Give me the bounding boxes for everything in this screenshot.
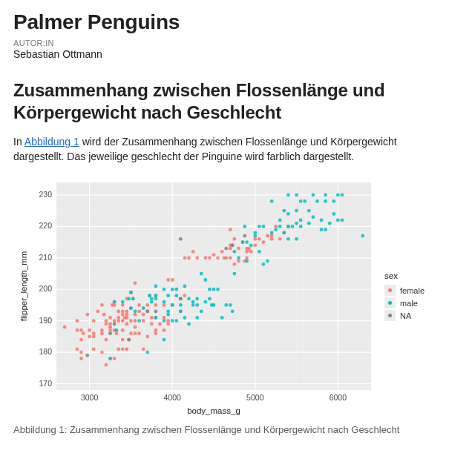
svg-point-280 [145,309,149,313]
svg-point-86 [125,309,128,313]
legend-item: male [384,297,425,308]
svg-point-247 [286,212,290,216]
svg-point-104 [142,312,145,316]
svg-point-82 [125,347,128,351]
svg-point-263 [320,228,324,231]
svg-point-49 [100,350,104,354]
svg-point-252 [295,208,298,212]
svg-point-116 [158,322,162,325]
svg-point-133 [212,253,216,257]
svg-point-73 [117,309,120,313]
svg-point-210 [200,271,203,275]
svg-point-161 [274,225,278,228]
svg-point-208 [195,297,199,300]
svg-point-181 [154,297,157,300]
legend-key [384,285,396,296]
svg-point-245 [286,237,290,241]
svg-point-243 [282,231,286,234]
svg-point-117 [163,328,166,332]
svg-point-197 [179,309,183,313]
svg-point-70 [117,347,120,351]
svg-point-190 [166,294,170,297]
legend-dot-icon [388,288,392,292]
svg-point-195 [174,294,178,297]
svg-point-274 [341,193,344,196]
svg-point-80 [121,303,125,307]
svg-point-120 [166,322,170,325]
svg-point-79 [121,309,125,313]
svg-point-224 [237,256,240,260]
svg-point-268 [328,221,332,225]
svg-point-187 [163,287,166,291]
section-paragraph: In Abbildung 1 wird der Zusammenhang zwi… [13,134,436,165]
svg-point-166 [113,300,117,303]
svg-point-78 [121,312,125,316]
svg-point-99 [137,331,141,335]
svg-point-223 [232,271,236,275]
legend-title: sex [384,271,425,280]
svg-point-85 [125,312,128,316]
svg-point-57 [105,319,108,323]
svg-point-130 [195,256,199,260]
svg-point-62 [108,316,112,320]
svg-point-211 [203,300,207,303]
svg-point-183 [154,284,157,288]
svg-point-259 [307,208,311,212]
svg-point-156 [258,237,261,241]
svg-point-98 [134,281,137,285]
figure: 3000400050006000170180190200210220230bod… [13,175,436,435]
svg-point-212 [203,278,207,282]
svg-point-242 [278,218,282,222]
svg-point-254 [299,225,303,228]
scatter-chart: 3000400050006000170180190200210220230bod… [13,175,377,420]
svg-point-189 [166,309,170,313]
svg-point-134 [216,256,220,260]
svg-point-282 [179,237,183,241]
svg-point-71 [117,319,120,323]
svg-point-240 [274,228,278,231]
figure-reference-link[interactable]: Abbildung 1 [24,136,79,148]
svg-point-101 [137,303,141,307]
svg-point-154 [253,243,257,247]
svg-point-150 [245,250,249,254]
svg-point-42 [88,334,91,338]
svg-point-246 [286,225,290,228]
svg-point-270 [332,199,335,203]
svg-point-236 [262,225,266,228]
svg-point-144 [232,237,236,241]
svg-point-248 [286,193,290,196]
svg-point-271 [336,218,340,222]
svg-point-272 [336,193,340,196]
svg-point-277 [108,331,112,335]
svg-point-256 [299,199,303,203]
svg-point-128 [187,256,191,260]
svg-point-218 [216,287,220,291]
svg-point-41 [85,312,89,316]
svg-point-51 [100,328,104,332]
svg-point-204 [191,303,195,307]
svg-point-178 [150,300,154,303]
svg-point-129 [191,250,195,254]
svg-point-206 [195,316,199,320]
svg-point-173 [134,309,137,313]
svg-point-72 [117,316,120,320]
svg-point-33 [75,347,79,351]
svg-point-188 [166,312,170,316]
svg-point-177 [148,294,151,297]
svg-point-261 [311,193,315,196]
svg-point-60 [108,325,112,328]
legend-dot-icon [388,301,392,305]
svg-point-230 [249,243,253,247]
svg-point-149 [245,256,249,260]
svg-point-269 [332,212,335,216]
svg-point-260 [311,215,315,219]
svg-point-276 [85,354,89,357]
svg-point-225 [232,250,236,254]
svg-point-192 [171,303,174,307]
svg-point-107 [145,303,149,307]
svg-point-253 [295,193,298,196]
svg-point-75 [121,337,125,341]
svg-point-184 [163,337,166,341]
svg-point-201 [183,284,187,288]
svg-point-273 [341,218,344,222]
